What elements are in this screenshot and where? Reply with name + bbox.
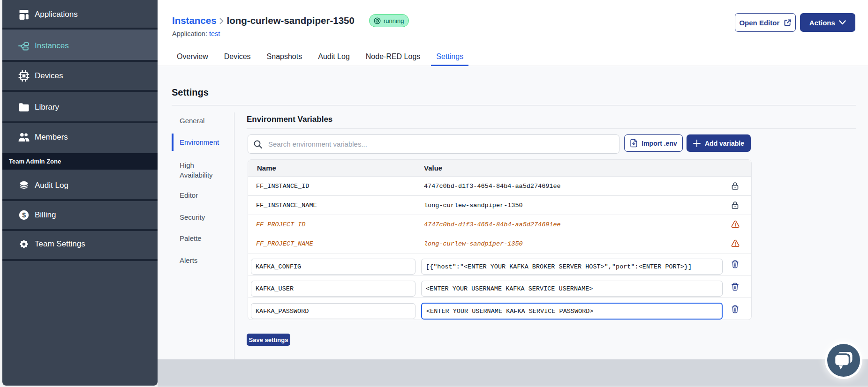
svg-text:$: $	[22, 211, 26, 219]
